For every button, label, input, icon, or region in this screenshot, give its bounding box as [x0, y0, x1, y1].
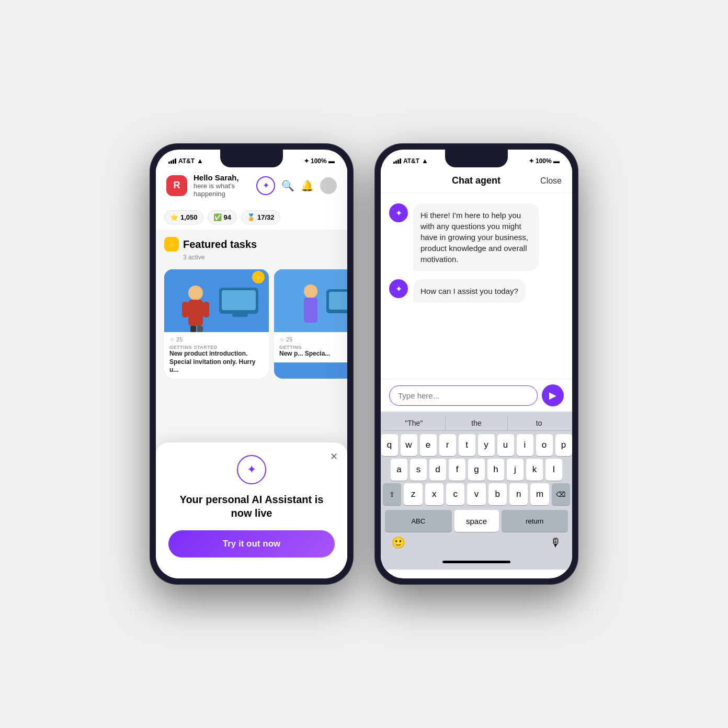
modal-close-button[interactable]: ✕ — [330, 451, 338, 462]
stat-medal-value: 17/32 — [257, 213, 275, 221]
key-h[interactable]: h — [487, 459, 504, 481]
try-it-out-button[interactable]: Try it out now — [168, 530, 335, 558]
key-c[interactable]: c — [446, 483, 464, 505]
key-i[interactable]: i — [517, 434, 533, 456]
carrier-text-right: AT&T — [403, 157, 419, 165]
greeting-sub: here is what's happening — [194, 182, 256, 198]
key-a[interactable]: a — [391, 459, 407, 481]
key-q[interactable]: q — [381, 434, 398, 456]
card-image-2 — [274, 269, 347, 332]
key-s[interactable]: s — [410, 459, 427, 481]
key-g[interactable]: g — [468, 459, 485, 481]
bell-icon[interactable]: 🔔 — [301, 179, 314, 192]
modal-title: Your personal AI Assistant is now live — [168, 493, 335, 520]
section-header: ⚡ Featured tasks — [164, 237, 339, 252]
emoji-icon[interactable]: 🙂 — [391, 536, 405, 550]
key-r[interactable]: r — [439, 434, 456, 456]
key-l[interactable]: l — [545, 459, 562, 481]
status-carrier-left: AT&T ▲ — [168, 157, 203, 165]
stat-stars[interactable]: ⭐ 1,050 — [164, 210, 203, 224]
avatar-icon[interactable] — [320, 177, 337, 194]
ai-button[interactable] — [256, 176, 275, 195]
keyboard-row-2: a s d f g h j k l — [383, 459, 570, 481]
key-t[interactable]: t — [459, 434, 475, 456]
stat-medal[interactable]: 🏅 17/32 — [241, 210, 280, 224]
suggestion-3[interactable]: to — [508, 416, 570, 430]
key-k[interactable]: k — [526, 459, 543, 481]
bt-icon-right: ✦ — [529, 157, 534, 165]
key-m[interactable]: m — [530, 483, 549, 505]
stat-check-value: 94 — [224, 213, 231, 221]
right-phone: AT&T ▲ ✦ 100% ▬ Chat agent Close ✦ Hi th… — [374, 143, 578, 585]
suggestion-1[interactable]: "The" — [383, 416, 446, 430]
bar4 — [175, 158, 176, 164]
chat-close-button[interactable]: Close — [540, 176, 562, 186]
chat-header: Chat agent Close — [381, 167, 572, 193]
key-b[interactable]: b — [488, 483, 507, 505]
home-bar-right — [442, 561, 510, 563]
svg-rect-4 — [203, 302, 209, 317]
left-phone-inner: AT&T ▲ ✦ 100% ▬ R Hello Sarah, here is w… — [156, 150, 347, 578]
signal-icon-right — [393, 158, 401, 164]
bar2r — [395, 161, 397, 164]
status-carrier-right: AT&T ▲ — [393, 157, 428, 165]
card-title-2: New p... Specia... — [279, 350, 347, 358]
stats-row: ⭐ 1,050 ✅ 94 🏅 17/32 — [156, 205, 347, 230]
chat-text-input[interactable] — [389, 385, 538, 406]
svg-rect-9 — [232, 314, 248, 317]
key-w[interactable]: w — [401, 434, 417, 456]
wifi-icon-right: ▲ — [422, 157, 428, 165]
mic-icon[interactable]: 🎙 — [550, 536, 562, 550]
key-f[interactable]: f — [449, 459, 465, 481]
task-card-1[interactable]: ⚡ ☆ 25 GETTING STARTED New product intro… — [164, 269, 269, 379]
bot-avatar-2: ✦ — [389, 279, 408, 298]
task-card-2[interactable]: ☆ 25 GETTING New p... Specia... — [274, 269, 347, 379]
key-d[interactable]: d — [429, 459, 446, 481]
stat-star-icon: ⭐ — [170, 213, 178, 221]
key-shift[interactable]: ⇧ — [383, 483, 401, 505]
carrier-text-left: AT&T — [178, 157, 195, 165]
key-space[interactable]: space — [454, 510, 499, 532]
svg-rect-3 — [182, 302, 188, 317]
key-p[interactable]: p — [555, 434, 572, 456]
bar3r — [397, 160, 399, 164]
stat-check[interactable]: ✅ 94 — [208, 210, 237, 224]
bar4r — [400, 158, 401, 164]
chat-input-row: ▶ — [381, 379, 572, 412]
bar2 — [170, 161, 172, 164]
key-x[interactable]: x — [425, 483, 443, 505]
card-label-2: GETTING — [279, 345, 347, 350]
section-sub: 3 active — [183, 254, 339, 261]
battery-right: 100% — [536, 157, 552, 165]
notch-right — [445, 150, 508, 167]
stat-stars-value: 1,050 — [180, 213, 198, 221]
key-v[interactable]: v — [467, 483, 485, 505]
stat-medal-icon: 🏅 — [247, 213, 255, 221]
card-body-2: ☆ 25 GETTING New p... Specia... — [274, 332, 347, 362]
svg-point-1 — [188, 286, 203, 300]
key-abc[interactable]: ABC — [385, 510, 452, 532]
key-y[interactable]: y — [478, 434, 495, 456]
key-n[interactable]: n — [509, 483, 528, 505]
battery-shape-right: ▬ — [553, 157, 560, 165]
chat-bubble-1: Hi there! I'm here to help you with any … — [413, 203, 539, 271]
bar1r — [393, 162, 395, 164]
keyboard-icon-row: 🙂 🎙 — [383, 532, 570, 552]
svg-rect-2 — [188, 300, 203, 326]
search-icon[interactable]: 🔍 — [281, 179, 294, 192]
key-u[interactable]: u — [497, 434, 514, 456]
suggestion-2[interactable]: the — [446, 416, 508, 430]
key-return[interactable]: return — [502, 510, 568, 532]
keyboard: "The" the to q w e r t y u i o p — [381, 412, 572, 554]
chat-message-1: ✦ Hi there! I'm here to help you with an… — [389, 203, 564, 271]
send-button[interactable]: ▶ — [542, 384, 564, 406]
card-title-1: New product introduction. Special invita… — [169, 350, 264, 374]
svg-rect-16 — [329, 292, 347, 310]
key-backspace[interactable]: ⌫ — [552, 483, 570, 505]
key-z[interactable]: z — [404, 483, 422, 505]
key-o[interactable]: o — [536, 434, 553, 456]
key-e[interactable]: e — [420, 434, 437, 456]
key-j[interactable]: j — [507, 459, 524, 481]
card-illustration-1: ⚡ — [164, 269, 269, 332]
keyboard-suggestions: "The" the to — [383, 416, 570, 431]
